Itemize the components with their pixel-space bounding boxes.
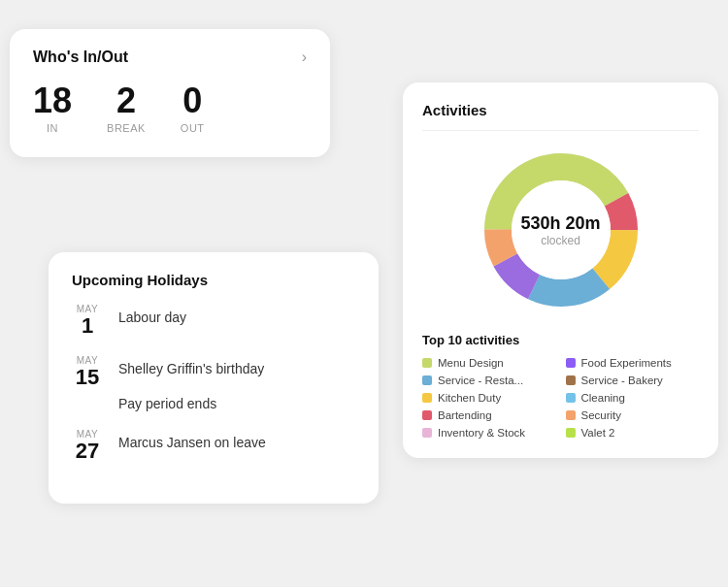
donut-center: 530h 20m clocked bbox=[520, 213, 600, 247]
legend-color-dot bbox=[422, 428, 432, 438]
legend-item-label: Security bbox=[581, 409, 622, 421]
stat-out: 0 OUT bbox=[181, 83, 205, 134]
stat-in: 18 IN bbox=[33, 83, 72, 134]
legend-item-label: Kitchen Duty bbox=[438, 392, 501, 404]
holiday-date-1: MAY 1 bbox=[72, 304, 103, 338]
whos-in-out-card: Who's In/Out › 18 IN 2 BREAK 0 OUT bbox=[10, 29, 330, 157]
legend-color-dot bbox=[566, 393, 576, 403]
holidays-title: Upcoming Holidays bbox=[72, 272, 355, 288]
holiday-item-2: MAY 15 Shelley Griffin's birthday Pay pe… bbox=[72, 355, 355, 411]
donut-chart-container: 530h 20m clocked bbox=[422, 143, 699, 317]
chevron-right-icon[interactable]: › bbox=[302, 49, 307, 66]
stat-break: 2 BREAK bbox=[107, 83, 146, 134]
legend-color-dot bbox=[566, 358, 576, 368]
legend-item: Menu Design bbox=[422, 357, 556, 369]
legend-item-label: Menu Design bbox=[438, 357, 504, 369]
holiday-date-2: MAY 15 bbox=[72, 355, 103, 389]
legend-item: Cleaning bbox=[566, 392, 700, 404]
activities-title: Activities bbox=[422, 102, 699, 131]
legend-grid: Menu DesignFood ExperimentsService - Res… bbox=[422, 357, 699, 439]
holiday-date-3: MAY 27 bbox=[72, 429, 103, 463]
holiday-name-2: Shelley Griffin's birthday bbox=[118, 355, 264, 376]
legend-color-dot bbox=[422, 393, 432, 403]
donut-time: 530h 20m bbox=[520, 213, 600, 234]
legend-item: Security bbox=[566, 409, 700, 421]
holiday-day-1: 1 bbox=[82, 314, 93, 338]
legend-item-label: Valet 2 bbox=[581, 427, 615, 439]
whos-title: Who's In/Out bbox=[33, 49, 128, 66]
holiday-item-1: MAY 1 Labour day bbox=[72, 304, 355, 338]
activities-card: Activities 530h 20m clocked Top bbox=[403, 82, 718, 458]
legend-item: Kitchen Duty bbox=[422, 392, 556, 404]
stat-out-number: 0 bbox=[182, 83, 202, 118]
whos-stats: 18 IN 2 BREAK 0 OUT bbox=[33, 83, 307, 134]
legend-color-dot bbox=[422, 410, 432, 420]
legend-item-label: Inventory & Stock bbox=[438, 427, 525, 439]
legend-color-dot bbox=[566, 428, 576, 438]
legend-title: Top 10 activities bbox=[422, 333, 699, 347]
donut-label: clocked bbox=[520, 234, 600, 247]
legend-item: Service - Bakery bbox=[566, 375, 700, 386]
legend-item-label: Service - Resta... bbox=[438, 375, 523, 386]
legend-item: Bartending bbox=[422, 409, 556, 421]
legend-color-dot bbox=[566, 410, 576, 420]
legend-color-dot bbox=[566, 375, 576, 385]
stat-out-label: OUT bbox=[181, 122, 205, 134]
holiday-day-2: 15 bbox=[76, 366, 99, 389]
legend-item-label: Cleaning bbox=[581, 392, 625, 404]
legend-item-label: Bartending bbox=[438, 409, 492, 421]
whos-header: Who's In/Out › bbox=[33, 49, 307, 66]
legend-item: Valet 2 bbox=[566, 427, 700, 439]
holiday-day-3: 27 bbox=[76, 440, 99, 463]
legend-item: Service - Resta... bbox=[422, 375, 556, 386]
legend-color-dot bbox=[422, 375, 432, 385]
stat-in-label: IN bbox=[47, 122, 58, 134]
legend-item-label: Service - Bakery bbox=[581, 375, 663, 386]
legend-item: Food Experiments bbox=[566, 357, 700, 369]
holiday-name-1: Labour day bbox=[118, 304, 186, 325]
legend-item-label: Food Experiments bbox=[581, 357, 672, 369]
holidays-card: Upcoming Holidays MAY 1 Labour day MAY 1… bbox=[49, 252, 379, 504]
holiday-name-3: Marcus Jansen on leave bbox=[118, 429, 266, 450]
holiday-extra-2: Pay period ends bbox=[118, 390, 264, 411]
stat-in-number: 18 bbox=[33, 83, 72, 118]
legend-color-dot bbox=[422, 358, 432, 368]
stat-break-number: 2 bbox=[116, 83, 136, 118]
legend-item: Inventory & Stock bbox=[422, 427, 556, 439]
stat-break-label: BREAK bbox=[107, 122, 146, 134]
holiday-item-3: MAY 27 Marcus Jansen on leave bbox=[72, 429, 355, 463]
